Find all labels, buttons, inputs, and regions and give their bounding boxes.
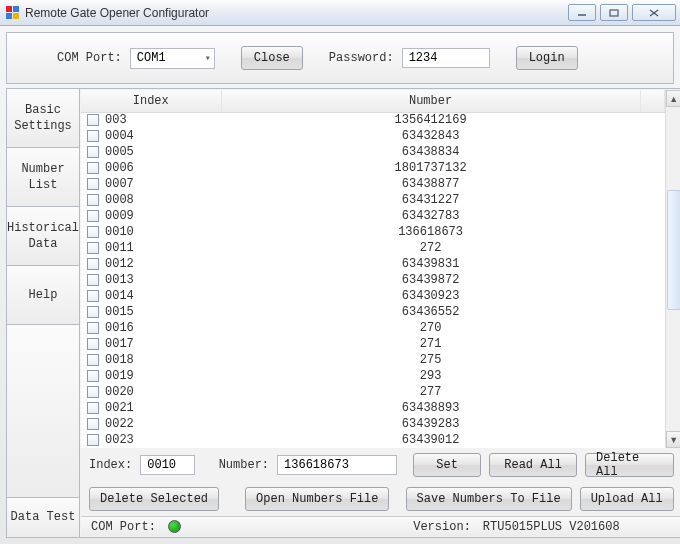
table-row[interactable]: 0018275 — [81, 352, 664, 368]
edit-row: Index: Number: Set Read All Delete All — [81, 448, 680, 482]
number-table: Index Number 003135641216900046343284300… — [81, 90, 665, 448]
col-index[interactable]: Index — [81, 90, 221, 112]
sidebar-item-numbers[interactable]: Number List — [6, 147, 79, 207]
table-row[interactable]: 001563436552 — [81, 304, 664, 320]
table-row[interactable]: 0017271 — [81, 336, 664, 352]
row-checkbox[interactable] — [87, 338, 99, 350]
col-number[interactable]: Number — [221, 90, 640, 112]
password-label: Password: — [329, 51, 394, 65]
delete-selected-button[interactable]: Delete Selected — [89, 487, 219, 511]
main-panel: Index Number 003135641216900046343284300… — [79, 88, 680, 538]
row-checkbox[interactable] — [87, 274, 99, 286]
com-led-icon — [168, 520, 181, 533]
row-index: 0010 — [105, 225, 134, 239]
table-row[interactable]: 002263439283 — [81, 416, 664, 432]
window-controls — [568, 4, 676, 21]
com-port-label: COM Port: — [57, 51, 122, 65]
table-row[interactable]: 002163438893 — [81, 400, 664, 416]
table-row[interactable]: 001463430923 — [81, 288, 664, 304]
table-row[interactable]: 002363439012 — [81, 432, 664, 448]
table-row[interactable]: 000463432843 — [81, 128, 664, 144]
row-checkbox[interactable] — [87, 242, 99, 254]
row-checkbox[interactable] — [87, 434, 99, 446]
row-number: 63439872 — [221, 272, 640, 288]
upload-all-button[interactable]: Upload All — [580, 487, 674, 511]
row-index: 0005 — [105, 145, 134, 159]
table-row[interactable]: 0010136618673 — [81, 224, 664, 240]
close-icon[interactable] — [632, 4, 676, 21]
com-port-combo[interactable]: COM1 ▾ — [130, 48, 215, 69]
row-checkbox[interactable] — [87, 226, 99, 238]
table-row[interactable]: 000863431227 — [81, 192, 664, 208]
row-checkbox[interactable] — [87, 258, 99, 270]
row-checkbox[interactable] — [87, 178, 99, 190]
sidebar-item-basic[interactable]: Basic Settings — [6, 88, 79, 148]
row-checkbox[interactable] — [87, 402, 99, 414]
row-number: 277 — [221, 384, 640, 400]
table-row[interactable]: 000963432783 — [81, 208, 664, 224]
table-row[interactable]: 0011272 — [81, 240, 664, 256]
set-button[interactable]: Set — [413, 453, 481, 477]
table-row[interactable]: 0019293 — [81, 368, 664, 384]
version-label: Version: — [413, 520, 471, 534]
com-port-value: COM1 — [137, 51, 166, 65]
minimize-icon[interactable] — [568, 4, 596, 21]
table-row[interactable]: 001363439872 — [81, 272, 664, 288]
row-checkbox[interactable] — [87, 370, 99, 382]
row-checkbox[interactable] — [87, 322, 99, 334]
row-index: 0015 — [105, 305, 134, 319]
password-field[interactable] — [402, 48, 490, 68]
row-number: 272 — [221, 240, 640, 256]
sidebar-item-help[interactable]: Help — [6, 265, 79, 325]
row-index: 0020 — [105, 385, 134, 399]
row-checkbox[interactable] — [87, 418, 99, 430]
row-number: 270 — [221, 320, 640, 336]
table-row[interactable]: 0016270 — [81, 320, 664, 336]
open-file-button[interactable]: Open Numbers File — [245, 487, 389, 511]
row-number: 63439012 — [221, 432, 640, 448]
row-number: 1801737132 — [221, 160, 640, 176]
sidebar-item-datatest[interactable]: Data Test — [6, 498, 79, 538]
table-row[interactable]: 0020277 — [81, 384, 664, 400]
row-index: 0022 — [105, 417, 134, 431]
row-number: 63438877 — [221, 176, 640, 192]
login-button[interactable]: Login — [516, 46, 578, 70]
close-button[interactable]: Close — [241, 46, 303, 70]
table-row[interactable]: 000563438834 — [81, 144, 664, 160]
row-checkbox[interactable] — [87, 130, 99, 142]
row-checkbox[interactable] — [87, 386, 99, 398]
titlebar: Remote Gate Opener Configurator — [0, 0, 680, 26]
row-checkbox[interactable] — [87, 354, 99, 366]
table-row[interactable]: 0031356412169 — [81, 112, 664, 128]
read-all-button[interactable]: Read All — [489, 453, 577, 477]
vertical-scrollbar[interactable]: ▲ ▼ — [665, 90, 680, 448]
row-index: 0007 — [105, 177, 134, 191]
window-title: Remote Gate Opener Configurator — [25, 6, 568, 20]
row-index: 0023 — [105, 433, 134, 447]
scroll-up-icon[interactable]: ▲ — [666, 90, 680, 107]
top-toolbar: COM Port: COM1 ▾ Close Password: Login — [6, 32, 674, 84]
row-checkbox[interactable] — [87, 146, 99, 158]
delete-all-button[interactable]: Delete All — [585, 453, 674, 477]
row-checkbox[interactable] — [87, 290, 99, 302]
row-checkbox[interactable] — [87, 194, 99, 206]
row-number: 63438893 — [221, 400, 640, 416]
number-label: Number: — [219, 458, 269, 472]
maximize-icon[interactable] — [600, 4, 628, 21]
table-row[interactable]: 001263439831 — [81, 256, 664, 272]
row-checkbox[interactable] — [87, 162, 99, 174]
table-row[interactable]: 00061801737132 — [81, 160, 664, 176]
row-checkbox[interactable] — [87, 114, 99, 126]
scroll-thumb[interactable] — [667, 190, 680, 310]
status-com-label: COM Port: — [91, 520, 156, 534]
save-file-button[interactable]: Save Numbers To File — [406, 487, 572, 511]
row-number: 63431227 — [221, 192, 640, 208]
row-checkbox[interactable] — [87, 306, 99, 318]
row-number: 63439283 — [221, 416, 640, 432]
sidebar-item-history[interactable]: Historical Data — [6, 206, 79, 266]
row-checkbox[interactable] — [87, 210, 99, 222]
scroll-down-icon[interactable]: ▼ — [666, 431, 680, 448]
number-input[interactable] — [277, 455, 397, 475]
table-row[interactable]: 000763438877 — [81, 176, 664, 192]
index-input[interactable] — [140, 455, 195, 475]
